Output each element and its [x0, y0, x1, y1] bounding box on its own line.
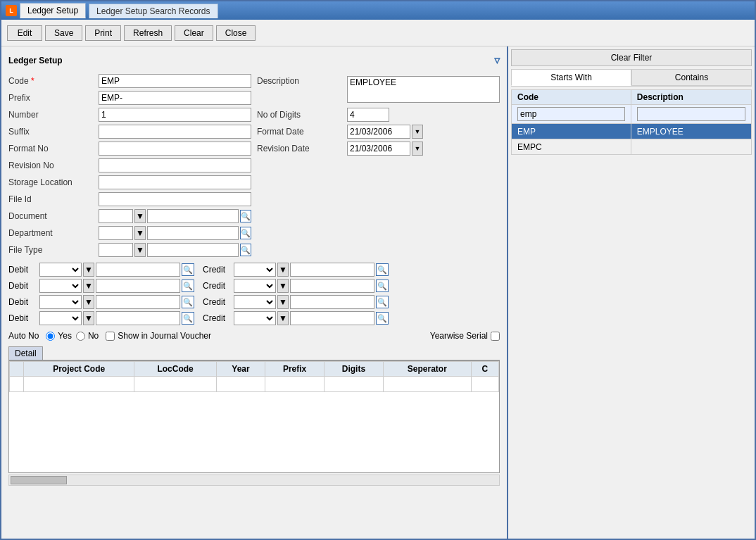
search-desc-cell[interactable]: [631, 105, 751, 124]
refresh-button[interactable]: Refresh: [124, 25, 172, 41]
prefix-1[interactable]: [265, 377, 325, 392]
yes-radio[interactable]: [46, 332, 55, 341]
project-code-1[interactable]: [24, 377, 134, 392]
file-type-select[interactable]: [99, 243, 133, 257]
credit-search-3[interactable]: 🔍: [376, 296, 389, 308]
format-date-dropdown[interactable]: ▼: [412, 125, 423, 139]
file-type-dropdown-arrow[interactable]: ▼: [134, 243, 146, 257]
clear-button[interactable]: Clear: [175, 25, 213, 41]
credit-select-2[interactable]: [234, 279, 276, 293]
credit-arrow-1[interactable]: ▼: [277, 263, 289, 277]
yearwise-serial-label[interactable]: Yearwise Serial: [430, 331, 500, 341]
debit-select-3[interactable]: [39, 295, 82, 309]
file-type-search-btn[interactable]: 🔍: [240, 244, 251, 256]
year-1[interactable]: [216, 377, 265, 392]
horizontal-scrollbar[interactable]: [8, 475, 500, 486]
tab-ledger-search-records[interactable]: Ledger Setup Search Records: [89, 4, 218, 18]
department-search-btn[interactable]: 🔍: [240, 227, 251, 239]
prefix-input[interactable]: [99, 91, 251, 105]
debit-select-2[interactable]: [39, 279, 82, 293]
code-input[interactable]: [99, 74, 251, 88]
debit-text-1[interactable]: [96, 263, 180, 277]
department-dropdown-arrow[interactable]: ▼: [134, 226, 146, 240]
c-1[interactable]: [471, 377, 498, 392]
storage-location-input[interactable]: [99, 175, 251, 189]
debit-arrow-1[interactable]: ▼: [83, 263, 94, 277]
search-desc-input[interactable]: [637, 107, 745, 121]
document-dropdown-arrow[interactable]: ▼: [134, 209, 146, 223]
result-code-empc[interactable]: EMPC: [512, 139, 631, 155]
file-type-text[interactable]: [147, 243, 239, 257]
description-input[interactable]: EMPLOYEE: [347, 76, 500, 103]
debit-select-1[interactable]: [39, 263, 82, 277]
credit-search-2[interactable]: 🔍: [376, 280, 389, 292]
contains-tab[interactable]: Contains: [631, 69, 752, 86]
credit-arrow-3[interactable]: ▼: [277, 295, 289, 309]
seperator-1[interactable]: [383, 377, 471, 392]
department-text[interactable]: [147, 226, 239, 240]
digits-1[interactable]: [325, 377, 384, 392]
yes-radio-label[interactable]: Yes: [46, 331, 72, 341]
suffix-input[interactable]: [99, 125, 251, 139]
debit-arrow-3[interactable]: ▼: [83, 295, 94, 309]
credit-text-3[interactable]: [290, 295, 374, 309]
show-in-journal-label[interactable]: Show in Journal Voucher: [106, 331, 211, 341]
result-row-empc[interactable]: EMPC: [512, 139, 752, 155]
format-date-label: Format Date: [257, 127, 341, 137]
debit-text-2[interactable]: [96, 279, 180, 293]
credit-text-1[interactable]: [290, 263, 374, 277]
result-desc-empc[interactable]: [631, 139, 751, 155]
debit-select-4[interactable]: [39, 311, 82, 325]
debit-search-1[interactable]: 🔍: [182, 263, 194, 276]
search-input-cell[interactable]: [512, 105, 631, 124]
result-code-emp[interactable]: EMP: [512, 124, 631, 139]
result-desc-emp[interactable]: EMPLOYEE: [631, 124, 751, 139]
detail-tab[interactable]: Detail: [8, 346, 43, 360]
close-button[interactable]: Close: [216, 25, 256, 41]
result-row-emp[interactable]: EMP EMPLOYEE: [512, 124, 752, 139]
show-in-journal-checkbox[interactable]: [106, 332, 115, 341]
tab-ledger-setup[interactable]: Ledger Setup: [20, 3, 86, 18]
search-code-input[interactable]: [517, 107, 625, 121]
clear-filter-button[interactable]: Clear Filter: [511, 49, 752, 66]
format-date-input[interactable]: [347, 125, 410, 139]
credit-text-2[interactable]: [290, 279, 374, 293]
debit-text-4[interactable]: [96, 311, 180, 325]
credit-search-4[interactable]: 🔍: [376, 312, 389, 325]
credit-arrow-4[interactable]: ▼: [277, 311, 289, 325]
scrollbar-thumb[interactable]: [11, 476, 67, 484]
search-input-row[interactable]: [512, 105, 752, 124]
document-select[interactable]: [99, 209, 133, 223]
debit-search-4[interactable]: 🔍: [182, 312, 194, 325]
debit-text-3[interactable]: [96, 295, 180, 309]
revision-date-input[interactable]: [347, 142, 410, 156]
edit-button[interactable]: Edit: [7, 25, 42, 41]
revision-no-input[interactable]: [99, 158, 251, 172]
format-no-input[interactable]: [99, 142, 251, 156]
credit-select-1[interactable]: [234, 263, 276, 277]
file-id-input[interactable]: [99, 192, 251, 206]
debit-arrow-4[interactable]: ▼: [83, 311, 94, 325]
no-of-digits-input[interactable]: [347, 108, 389, 122]
department-select[interactable]: [99, 226, 133, 240]
no-radio-label[interactable]: No: [76, 331, 99, 341]
debit-arrow-2[interactable]: ▼: [83, 279, 94, 293]
save-button[interactable]: Save: [45, 25, 82, 41]
debit-search-2[interactable]: 🔍: [182, 280, 194, 292]
no-radio[interactable]: [76, 332, 85, 341]
document-text[interactable]: [147, 209, 239, 223]
detail-row-1[interactable]: [10, 377, 499, 392]
credit-search-1[interactable]: 🔍: [376, 263, 389, 276]
loccode-1[interactable]: [134, 377, 216, 392]
yearwise-serial-checkbox[interactable]: [491, 332, 500, 341]
debit-search-3[interactable]: 🔍: [182, 296, 194, 308]
credit-arrow-2[interactable]: ▼: [277, 279, 289, 293]
credit-select-4[interactable]: [234, 311, 276, 325]
document-search-btn[interactable]: 🔍: [240, 210, 251, 222]
credit-text-4[interactable]: [290, 311, 374, 325]
number-input[interactable]: [99, 108, 251, 122]
revision-date-dropdown[interactable]: ▼: [412, 142, 423, 156]
credit-select-3[interactable]: [234, 295, 276, 309]
print-button[interactable]: Print: [85, 25, 121, 41]
starts-with-tab[interactable]: Starts With: [511, 69, 631, 86]
